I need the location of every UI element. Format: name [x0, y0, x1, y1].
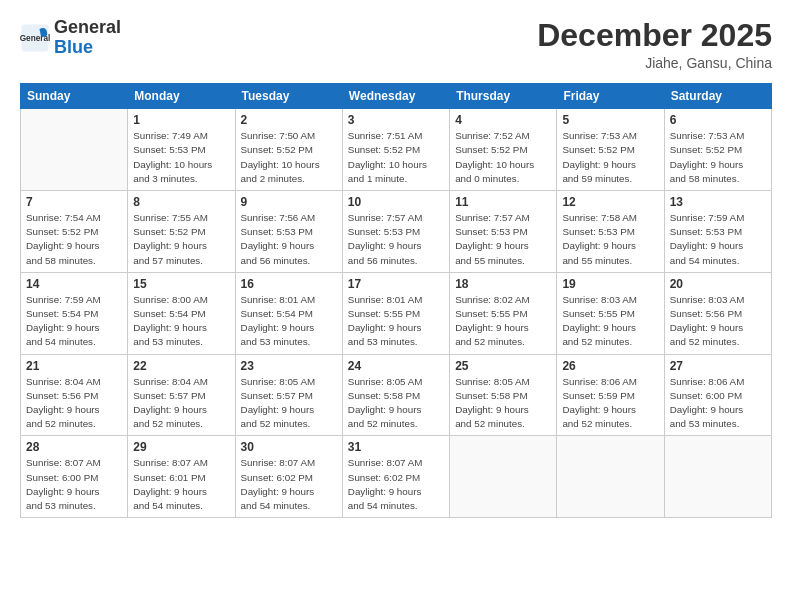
day-number: 27 — [670, 359, 766, 373]
calendar-cell — [450, 436, 557, 518]
day-number: 11 — [455, 195, 551, 209]
title-block: December 2025 Jiahe, Gansu, China — [537, 18, 772, 71]
calendar-week-row: 21Sunrise: 8:04 AM Sunset: 5:56 PM Dayli… — [21, 354, 772, 436]
calendar-cell: 18Sunrise: 8:02 AM Sunset: 5:55 PM Dayli… — [450, 272, 557, 354]
calendar-cell: 13Sunrise: 7:59 AM Sunset: 5:53 PM Dayli… — [664, 191, 771, 273]
calendar-cell: 20Sunrise: 8:03 AM Sunset: 5:56 PM Dayli… — [664, 272, 771, 354]
calendar-header-friday: Friday — [557, 84, 664, 109]
day-info: Sunrise: 8:05 AM Sunset: 5:58 PM Dayligh… — [455, 375, 551, 432]
day-number: 3 — [348, 113, 444, 127]
day-info: Sunrise: 7:54 AM Sunset: 5:52 PM Dayligh… — [26, 211, 122, 268]
calendar-header-row: SundayMondayTuesdayWednesdayThursdayFrid… — [21, 84, 772, 109]
logo-text: General Blue — [54, 18, 121, 58]
calendar-header-thursday: Thursday — [450, 84, 557, 109]
day-info: Sunrise: 8:07 AM Sunset: 6:01 PM Dayligh… — [133, 456, 229, 513]
day-number: 14 — [26, 277, 122, 291]
day-number: 18 — [455, 277, 551, 291]
calendar-week-row: 1Sunrise: 7:49 AM Sunset: 5:53 PM Daylig… — [21, 109, 772, 191]
day-number: 5 — [562, 113, 658, 127]
calendar-cell: 29Sunrise: 8:07 AM Sunset: 6:01 PM Dayli… — [128, 436, 235, 518]
calendar-cell: 10Sunrise: 7:57 AM Sunset: 5:53 PM Dayli… — [342, 191, 449, 273]
calendar-cell: 23Sunrise: 8:05 AM Sunset: 5:57 PM Dayli… — [235, 354, 342, 436]
day-number: 30 — [241, 440, 337, 454]
day-info: Sunrise: 8:04 AM Sunset: 5:56 PM Dayligh… — [26, 375, 122, 432]
calendar-cell: 12Sunrise: 7:58 AM Sunset: 5:53 PM Dayli… — [557, 191, 664, 273]
calendar-cell: 5Sunrise: 7:53 AM Sunset: 5:52 PM Daylig… — [557, 109, 664, 191]
day-number: 15 — [133, 277, 229, 291]
day-number: 12 — [562, 195, 658, 209]
day-info: Sunrise: 7:59 AM Sunset: 5:53 PM Dayligh… — [670, 211, 766, 268]
calendar-cell: 8Sunrise: 7:55 AM Sunset: 5:52 PM Daylig… — [128, 191, 235, 273]
calendar-cell: 30Sunrise: 8:07 AM Sunset: 6:02 PM Dayli… — [235, 436, 342, 518]
calendar-cell: 4Sunrise: 7:52 AM Sunset: 5:52 PM Daylig… — [450, 109, 557, 191]
calendar-cell: 17Sunrise: 8:01 AM Sunset: 5:55 PM Dayli… — [342, 272, 449, 354]
calendar-header-sunday: Sunday — [21, 84, 128, 109]
calendar-cell: 16Sunrise: 8:01 AM Sunset: 5:54 PM Dayli… — [235, 272, 342, 354]
calendar-cell: 25Sunrise: 8:05 AM Sunset: 5:58 PM Dayli… — [450, 354, 557, 436]
day-number: 25 — [455, 359, 551, 373]
page: General General Blue December 2025 Jiahe… — [0, 0, 792, 612]
calendar-cell: 22Sunrise: 8:04 AM Sunset: 5:57 PM Dayli… — [128, 354, 235, 436]
calendar-week-row: 28Sunrise: 8:07 AM Sunset: 6:00 PM Dayli… — [21, 436, 772, 518]
calendar-cell: 7Sunrise: 7:54 AM Sunset: 5:52 PM Daylig… — [21, 191, 128, 273]
month-title: December 2025 — [537, 18, 772, 53]
calendar-cell: 6Sunrise: 7:53 AM Sunset: 5:52 PM Daylig… — [664, 109, 771, 191]
calendar-cell: 2Sunrise: 7:50 AM Sunset: 5:52 PM Daylig… — [235, 109, 342, 191]
day-info: Sunrise: 8:04 AM Sunset: 5:57 PM Dayligh… — [133, 375, 229, 432]
calendar-header-wednesday: Wednesday — [342, 84, 449, 109]
day-info: Sunrise: 8:05 AM Sunset: 5:58 PM Dayligh… — [348, 375, 444, 432]
day-info: Sunrise: 7:56 AM Sunset: 5:53 PM Dayligh… — [241, 211, 337, 268]
day-info: Sunrise: 8:07 AM Sunset: 6:02 PM Dayligh… — [348, 456, 444, 513]
day-number: 26 — [562, 359, 658, 373]
day-number: 20 — [670, 277, 766, 291]
calendar-cell: 11Sunrise: 7:57 AM Sunset: 5:53 PM Dayli… — [450, 191, 557, 273]
day-info: Sunrise: 7:52 AM Sunset: 5:52 PM Dayligh… — [455, 129, 551, 186]
day-number: 9 — [241, 195, 337, 209]
day-info: Sunrise: 7:51 AM Sunset: 5:52 PM Dayligh… — [348, 129, 444, 186]
day-info: Sunrise: 7:57 AM Sunset: 5:53 PM Dayligh… — [348, 211, 444, 268]
calendar-cell: 31Sunrise: 8:07 AM Sunset: 6:02 PM Dayli… — [342, 436, 449, 518]
day-info: Sunrise: 7:53 AM Sunset: 5:52 PM Dayligh… — [562, 129, 658, 186]
day-info: Sunrise: 8:01 AM Sunset: 5:55 PM Dayligh… — [348, 293, 444, 350]
day-number: 6 — [670, 113, 766, 127]
day-info: Sunrise: 8:05 AM Sunset: 5:57 PM Dayligh… — [241, 375, 337, 432]
day-number: 10 — [348, 195, 444, 209]
day-info: Sunrise: 7:59 AM Sunset: 5:54 PM Dayligh… — [26, 293, 122, 350]
day-number: 16 — [241, 277, 337, 291]
day-info: Sunrise: 7:58 AM Sunset: 5:53 PM Dayligh… — [562, 211, 658, 268]
calendar-header-saturday: Saturday — [664, 84, 771, 109]
calendar-cell — [21, 109, 128, 191]
calendar-header-tuesday: Tuesday — [235, 84, 342, 109]
day-info: Sunrise: 8:02 AM Sunset: 5:55 PM Dayligh… — [455, 293, 551, 350]
day-info: Sunrise: 7:50 AM Sunset: 5:52 PM Dayligh… — [241, 129, 337, 186]
day-number: 17 — [348, 277, 444, 291]
calendar-cell — [557, 436, 664, 518]
logo-icon: General — [20, 23, 50, 53]
day-info: Sunrise: 8:07 AM Sunset: 6:00 PM Dayligh… — [26, 456, 122, 513]
day-info: Sunrise: 8:00 AM Sunset: 5:54 PM Dayligh… — [133, 293, 229, 350]
day-info: Sunrise: 8:03 AM Sunset: 5:56 PM Dayligh… — [670, 293, 766, 350]
day-info: Sunrise: 8:06 AM Sunset: 6:00 PM Dayligh… — [670, 375, 766, 432]
day-number: 7 — [26, 195, 122, 209]
calendar-table: SundayMondayTuesdayWednesdayThursdayFrid… — [20, 83, 772, 518]
day-number: 24 — [348, 359, 444, 373]
day-number: 23 — [241, 359, 337, 373]
day-number: 13 — [670, 195, 766, 209]
day-number: 19 — [562, 277, 658, 291]
calendar-cell: 14Sunrise: 7:59 AM Sunset: 5:54 PM Dayli… — [21, 272, 128, 354]
calendar-cell: 24Sunrise: 8:05 AM Sunset: 5:58 PM Dayli… — [342, 354, 449, 436]
calendar-cell: 1Sunrise: 7:49 AM Sunset: 5:53 PM Daylig… — [128, 109, 235, 191]
calendar-cell: 21Sunrise: 8:04 AM Sunset: 5:56 PM Dayli… — [21, 354, 128, 436]
day-info: Sunrise: 8:06 AM Sunset: 5:59 PM Dayligh… — [562, 375, 658, 432]
day-info: Sunrise: 8:07 AM Sunset: 6:02 PM Dayligh… — [241, 456, 337, 513]
day-number: 8 — [133, 195, 229, 209]
day-number: 2 — [241, 113, 337, 127]
day-number: 1 — [133, 113, 229, 127]
calendar-cell: 27Sunrise: 8:06 AM Sunset: 6:00 PM Dayli… — [664, 354, 771, 436]
day-info: Sunrise: 7:57 AM Sunset: 5:53 PM Dayligh… — [455, 211, 551, 268]
day-number: 28 — [26, 440, 122, 454]
location: Jiahe, Gansu, China — [537, 55, 772, 71]
day-number: 21 — [26, 359, 122, 373]
calendar-cell: 19Sunrise: 8:03 AM Sunset: 5:55 PM Dayli… — [557, 272, 664, 354]
calendar-cell: 15Sunrise: 8:00 AM Sunset: 5:54 PM Dayli… — [128, 272, 235, 354]
